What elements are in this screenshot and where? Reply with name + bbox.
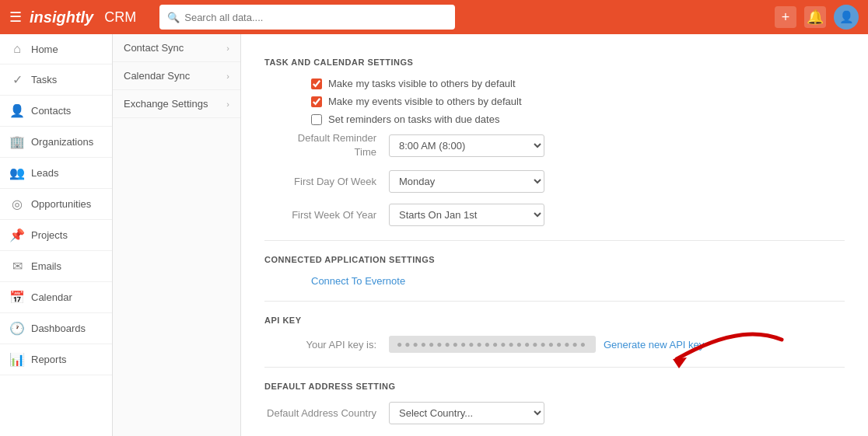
organizations-icon: 🏢 <box>9 134 25 149</box>
red-arrow-annotation <box>669 324 786 371</box>
menu-icon[interactable]: ☰ <box>9 9 22 26</box>
logo: insightly <box>30 9 93 26</box>
sidebar-label-contacts: Contacts <box>31 105 71 117</box>
sidebar-label-opportunities: Opportunities <box>31 198 91 210</box>
checkbox-row-tasks-visible: Make my tasks visible to others by defau… <box>311 78 845 89</box>
divider-2 <box>264 301 845 302</box>
api-key-value: ●●●●●●●●●●●●●●●●●●●●●●●● <box>389 336 596 353</box>
first-week-select[interactable]: Starts On Jan 1st First Full Week <box>389 204 544 226</box>
exchange-settings-label: Exchange Settings <box>124 98 208 110</box>
emails-icon: ✉ <box>9 259 25 274</box>
chevron-right-icon: › <box>226 44 229 53</box>
connect-evernote-row: Connect To Evernote <box>311 275 845 287</box>
contact-sync-label: Contact Sync <box>124 42 184 54</box>
sidebar-item-emails[interactable]: ✉ Emails <box>0 251 112 282</box>
header: ☰ insightly CRM 🔍 + 🔔 👤 <box>0 0 868 34</box>
header-actions: + 🔔 👤 <box>775 5 859 30</box>
chevron-right-icon: › <box>226 72 229 81</box>
reminder-time-select[interactable]: 8:00 AM (8:00) 9:00 AM (9:00) 10:00 AM (… <box>389 134 544 157</box>
projects-icon: 📌 <box>9 228 25 242</box>
tasks-visible-checkbox[interactable] <box>311 78 322 89</box>
svg-marker-0 <box>673 358 687 368</box>
sidebar-label-dashboards: Dashboards <box>31 323 86 334</box>
default-country-row: Default Address Country Select Country..… <box>264 402 845 424</box>
api-key-row: Your API key is: ●●●●●●●●●●●●●●●●●●●●●●●… <box>264 336 845 353</box>
divider-1 <box>264 240 845 241</box>
events-visible-label: Make my events visible to others by defa… <box>328 96 522 107</box>
calendar-icon: 📅 <box>9 290 25 305</box>
sidebar-item-organizations[interactable]: 🏢 Organizations <box>0 127 112 158</box>
sidebar-label-emails: Emails <box>31 260 61 272</box>
sidebar-item-reports[interactable]: 📊 Reports <box>0 344 112 375</box>
avatar[interactable]: 👤 <box>834 5 859 30</box>
first-week-label: First Week Of Year <box>264 208 389 222</box>
sidebar-item-leads[interactable]: 👥 Leads <box>0 158 112 189</box>
first-day-select[interactable]: Monday Sunday <box>389 170 544 193</box>
reports-icon: 📊 <box>9 352 25 367</box>
sub-sidebar-item-contact-sync[interactable]: Contact Sync › <box>113 34 240 62</box>
checkbox-row-reminders: Set reminders on tasks with due dates <box>311 113 845 125</box>
chevron-right-icon: › <box>226 99 229 109</box>
events-visible-checkbox[interactable] <box>311 96 322 107</box>
reminder-time-label: Default ReminderTime <box>264 131 389 159</box>
sidebar-item-contacts[interactable]: 👤 Contacts <box>0 96 112 127</box>
sidebar-label-reports: Reports <box>31 354 67 365</box>
search-input[interactable] <box>184 12 447 23</box>
sidebar-label-projects: Projects <box>31 229 68 241</box>
sidebar-item-home[interactable]: ⌂ Home <box>0 34 112 65</box>
dashboards-icon: 🕐 <box>9 321 25 336</box>
reminders-checkbox[interactable] <box>311 114 322 125</box>
sub-sidebar: Contact Sync › Calendar Sync › Exchange … <box>113 34 241 436</box>
sidebar-label-leads: Leads <box>31 167 58 179</box>
layout: ⌂ Home ✓ Tasks 👤 Contacts 🏢 Organization… <box>0 0 868 436</box>
sidebar-item-dashboards[interactable]: 🕐 Dashboards <box>0 313 112 344</box>
leads-icon: 👥 <box>9 166 25 180</box>
notifications-button[interactable]: 🔔 <box>804 6 826 28</box>
sidebar: ⌂ Home ✓ Tasks 👤 Contacts 🏢 Organization… <box>0 34 113 436</box>
calendar-sync-label: Calendar Sync <box>124 70 190 82</box>
app-name: CRM <box>104 9 136 26</box>
sub-sidebar-item-exchange-settings[interactable]: Exchange Settings › <box>113 90 240 118</box>
main-content: TASK AND CALENDAR SETTINGS Make my tasks… <box>241 34 868 436</box>
sub-sidebar-item-calendar-sync[interactable]: Calendar Sync › <box>113 62 240 90</box>
first-day-label: First Day Of Week <box>264 175 389 189</box>
default-country-select[interactable]: Select Country... United States United K… <box>389 402 544 424</box>
sidebar-label-home: Home <box>31 44 58 55</box>
sidebar-item-opportunities[interactable]: ◎ Opportunities <box>0 189 112 220</box>
reminders-label: Set reminders on tasks with due dates <box>328 113 499 125</box>
default-address-section-title: DEFAULT ADDRESS SETTING <box>264 382 845 391</box>
tasks-icon: ✓ <box>9 72 25 87</box>
sidebar-item-tasks[interactable]: ✓ Tasks <box>0 65 112 96</box>
first-day-row: First Day Of Week Monday Sunday <box>264 170 845 193</box>
api-key-label: Your API key is: <box>264 339 389 351</box>
sidebar-item-projects[interactable]: 📌 Projects <box>0 220 112 251</box>
add-button[interactable]: + <box>775 6 796 28</box>
task-calendar-section-title: TASK AND CALENDAR SETTINGS <box>264 58 845 67</box>
opportunities-icon: ◎ <box>9 197 25 211</box>
sidebar-item-calendar[interactable]: 📅 Calendar <box>0 282 112 313</box>
first-week-row: First Week Of Year Starts On Jan 1st Fir… <box>264 204 845 226</box>
sidebar-label-calendar: Calendar <box>31 291 72 303</box>
reminder-time-row: Default ReminderTime 8:00 AM (8:00) 9:00… <box>264 131 845 159</box>
connected-apps-section-title: CONNECTED APPLICATION SETTINGS <box>264 255 845 264</box>
sidebar-label-tasks: Tasks <box>31 74 57 85</box>
sidebar-label-organizations: Organizations <box>31 136 93 148</box>
contacts-icon: 👤 <box>9 103 25 118</box>
search-bar[interactable]: 🔍 <box>159 5 455 30</box>
connect-evernote-link[interactable]: Connect To Evernote <box>311 275 405 287</box>
default-country-label: Default Address Country <box>264 406 389 420</box>
search-icon: 🔍 <box>167 12 180 23</box>
home-icon: ⌂ <box>9 42 25 56</box>
checkbox-row-events-visible: Make my events visible to others by defa… <box>311 96 845 107</box>
tasks-visible-label: Make my tasks visible to others by defau… <box>328 78 516 89</box>
